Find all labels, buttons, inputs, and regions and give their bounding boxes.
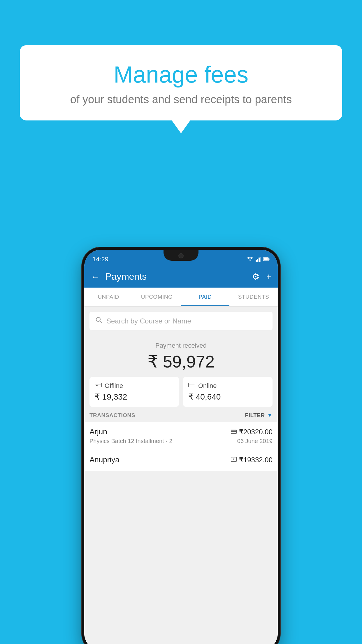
signal-icon [256, 257, 261, 262]
tab-students[interactable]: STUDENTS [229, 288, 278, 306]
online-icon [188, 382, 195, 390]
wifi-icon [247, 257, 253, 262]
table-row[interactable]: Anupriya ₹ ₹19332.00 [84, 450, 278, 471]
offline-icon [95, 382, 102, 390]
course-info: Physics Batch 12 Installment - 2 [89, 438, 173, 444]
payment-summary: Payment received ₹ 59,972 [84, 335, 278, 377]
back-button[interactable]: ← [91, 272, 100, 281]
svg-rect-12 [96, 385, 98, 386]
svg-rect-1 [256, 260, 257, 262]
svg-text:₹: ₹ [233, 458, 235, 461]
payment-total-amount: ₹ 59,972 [84, 352, 278, 372]
status-icons [247, 257, 270, 262]
cash-payment-icon: ₹ [231, 456, 237, 463]
status-time: 14:29 [92, 256, 108, 263]
phone-screen: 14:29 [84, 250, 278, 644]
offline-payment-card: Offline ₹ 19,332 [89, 377, 179, 407]
svg-rect-3 [259, 258, 260, 262]
bubble-subtitle: of your students and send receipts to pa… [37, 93, 325, 106]
search-placeholder-text: Search by Course or Name [106, 317, 191, 325]
tab-upcoming[interactable]: UPCOMING [133, 288, 181, 306]
tab-bar: UNPAID UPCOMING PAID STUDENTS [84, 288, 278, 307]
student-name: Anupriya [89, 455, 120, 464]
plus-icon[interactable]: + [266, 272, 271, 282]
tab-paid[interactable]: PAID [181, 288, 229, 306]
bubble-title: Manage fees [37, 61, 325, 88]
battery-icon [263, 257, 270, 261]
table-row[interactable]: Arjun ₹20320.00 [84, 422, 278, 450]
phone-frame: 14:29 [82, 247, 280, 644]
filter-icon: ▼ [267, 412, 273, 419]
online-payment-card: Online ₹ 40,640 [183, 377, 273, 407]
speech-bubble: Manage fees of your students and send re… [20, 45, 342, 120]
svg-rect-4 [260, 257, 261, 262]
card-payment-icon [231, 428, 237, 435]
notch [164, 250, 198, 261]
transaction-amount: ₹20320.00 [239, 428, 273, 436]
svg-rect-10 [95, 383, 101, 387]
payment-cards: Offline ₹ 19,332 Onlin [89, 377, 273, 407]
app-header: ← Payments ⚙ + [84, 266, 278, 288]
transactions-header: TRANSACTIONS FILTER ▼ [84, 407, 278, 422]
amount-wrap: ₹ ₹19332.00 [231, 456, 273, 464]
student-name: Arjun [89, 427, 107, 436]
header-title: Payments [105, 271, 252, 282]
content-area: Search by Course or Name Payment receive… [84, 307, 278, 644]
search-icon [95, 316, 102, 326]
payment-received-label: Payment received [84, 342, 278, 349]
online-label: Online [198, 382, 217, 390]
svg-line-9 [100, 321, 102, 323]
offline-label: Offline [105, 382, 123, 390]
tab-unpaid[interactable]: UNPAID [84, 288, 133, 306]
svg-rect-7 [264, 258, 268, 260]
transactions-label: TRANSACTIONS [89, 412, 135, 419]
header-actions: ⚙ + [252, 272, 271, 282]
svg-marker-0 [249, 260, 251, 261]
online-amount: ₹ 40,640 [188, 392, 267, 402]
svg-rect-6 [269, 258, 270, 260]
amount-wrap: ₹20320.00 [231, 428, 273, 436]
transaction-list: Arjun ₹20320.00 [84, 422, 278, 471]
filter-button[interactable]: FILTER ▼ [245, 412, 273, 419]
camera [178, 253, 184, 258]
gear-icon[interactable]: ⚙ [252, 272, 260, 282]
filter-label: FILTER [245, 412, 265, 419]
transaction-amount: ₹19332.00 [239, 456, 273, 464]
offline-amount: ₹ 19,332 [95, 392, 174, 402]
svg-rect-2 [257, 259, 258, 262]
transaction-date: 06 June 2019 [237, 438, 273, 444]
search-bar[interactable]: Search by Course or Name [89, 312, 273, 330]
